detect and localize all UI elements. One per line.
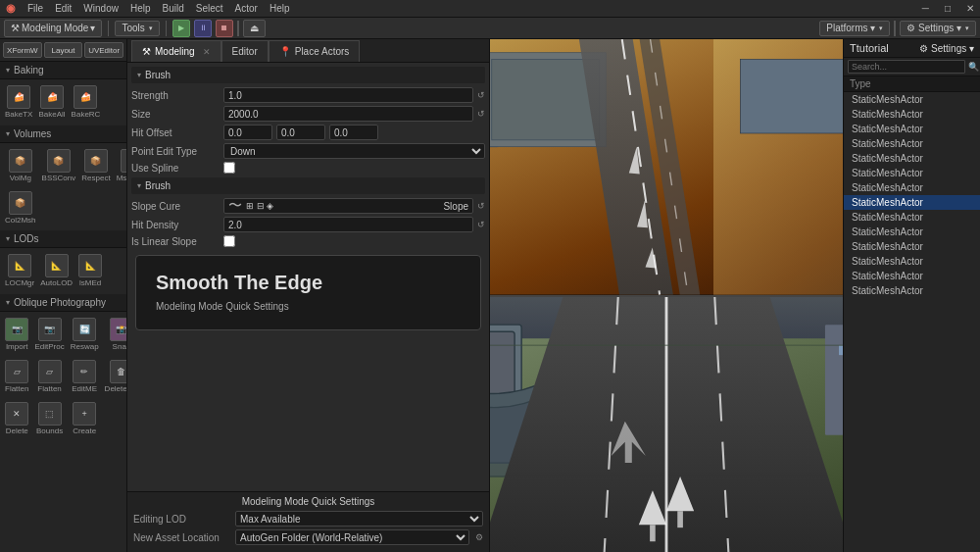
strength-reset[interactable]: ↺ bbox=[477, 90, 485, 100]
slope-cure-reset[interactable]: ↺ bbox=[477, 201, 485, 211]
lsmed-item[interactable]: 📐 lsMEd bbox=[76, 251, 104, 291]
baking-section-header[interactable]: Baking bbox=[0, 62, 126, 79]
reswap-label: Reswap bbox=[71, 343, 99, 352]
lodmgr-label: LOCMgr bbox=[5, 279, 34, 288]
tab-editor[interactable]: Editor bbox=[221, 40, 269, 62]
slope-curve-icon: 〜 bbox=[228, 197, 242, 215]
oblique-section-header[interactable]: Oblique Photography bbox=[0, 294, 126, 312]
lsmed-label: lsMEd bbox=[79, 279, 101, 288]
col2msh-item[interactable]: 📦 Col2Msh bbox=[3, 188, 38, 228]
strength-input[interactable] bbox=[223, 87, 473, 103]
reswap-item[interactable]: 🔄 Reswap bbox=[69, 315, 101, 355]
outliner-item-12[interactable]: StaticMeshActor bbox=[844, 269, 980, 283]
pause-button[interactable]: ⏸ bbox=[194, 20, 212, 37]
uveditor-btn[interactable]: UVEditor bbox=[84, 42, 123, 58]
menu-window[interactable]: Window bbox=[83, 3, 119, 14]
outliner-item-4[interactable]: StaticMeshActor bbox=[844, 151, 980, 166]
play-button[interactable]: ▶ bbox=[172, 20, 190, 37]
menu-file[interactable]: File bbox=[27, 3, 43, 14]
menu-help2[interactable]: Help bbox=[270, 3, 290, 14]
create-label: Create bbox=[73, 427, 96, 436]
use-spline-checkbox[interactable] bbox=[223, 162, 235, 174]
tab-place-actors[interactable]: 📍 Place Actors bbox=[269, 40, 361, 62]
hit-density-row: Hit Density ↺ bbox=[131, 217, 485, 232]
window-close[interactable]: ✕ bbox=[966, 3, 974, 14]
lods-section-header[interactable]: LODs bbox=[0, 230, 126, 248]
snap-item[interactable]: 📸 Snap bbox=[103, 315, 127, 355]
deletegp-item[interactable]: 🗑 DeleteGP bbox=[103, 357, 127, 397]
editproc-item[interactable]: 📷 EditProc bbox=[32, 315, 66, 355]
msh2coll-item[interactable]: 📦 Msh2Coll bbox=[115, 146, 127, 186]
xformw-btn[interactable]: XFormW bbox=[3, 42, 42, 58]
eject-btn[interactable]: ⏏ bbox=[243, 20, 266, 37]
outliner-item-8[interactable]: StaticMeshActor bbox=[844, 210, 980, 225]
outliner-item-5[interactable]: StaticMeshActor bbox=[844, 166, 980, 180]
bakeall-item[interactable]: 🍰 BakeAll bbox=[36, 82, 67, 123]
svg-rect-6 bbox=[492, 60, 600, 140]
bssconv-icon: 📦 bbox=[47, 149, 71, 173]
tools-dropdown[interactable]: Tools bbox=[115, 21, 159, 36]
point-edit-type-select[interactable]: Down Up Normal bbox=[223, 143, 485, 159]
hit-offset-x[interactable] bbox=[223, 125, 272, 140]
outliner-item-10[interactable]: StaticMeshActor bbox=[844, 239, 980, 254]
platforms-dropdown[interactable]: Platforms ▾ bbox=[819, 21, 890, 36]
volumes-section-header[interactable]: Volumes bbox=[0, 125, 126, 143]
size-input[interactable] bbox=[223, 106, 473, 122]
hit-density-reset[interactable]: ↺ bbox=[477, 220, 485, 229]
flatten1-item[interactable]: ▱ Flatten bbox=[3, 357, 30, 397]
editing-lod-select[interactable]: Max Available LOD 0 LOD 1 bbox=[235, 511, 483, 527]
outliner-item-6[interactable]: StaticMeshActor bbox=[844, 180, 980, 195]
snap-icon: 📸 bbox=[110, 318, 127, 341]
bssconv-item[interactable]: 📦 BSSConv bbox=[40, 146, 78, 186]
viewport-bottom[interactable] bbox=[490, 295, 843, 553]
hit-density-input[interactable] bbox=[223, 217, 473, 232]
hit-offset-z[interactable] bbox=[329, 125, 378, 140]
menu-actor[interactable]: Actor bbox=[235, 3, 258, 14]
is-linear-slope-checkbox[interactable] bbox=[223, 235, 235, 247]
outliner-item-13[interactable]: StaticMeshActor bbox=[844, 283, 980, 298]
window-maximize[interactable]: □ bbox=[945, 3, 951, 14]
bounds-item[interactable]: ⬚ Bounds bbox=[32, 399, 66, 439]
slope-cure-control[interactable]: 〜 ⊞ ⊟ ◈ Slope bbox=[223, 198, 473, 214]
create-item[interactable]: + Create bbox=[69, 399, 101, 439]
menu-edit[interactable]: Edit bbox=[55, 3, 72, 14]
hit-offset-y[interactable] bbox=[276, 125, 325, 140]
autolod-item[interactable]: 📐 AutoLOD bbox=[38, 251, 74, 291]
window-minimize[interactable]: ─ bbox=[922, 3, 929, 14]
lsmed-icon: 📐 bbox=[78, 254, 102, 277]
outliner-item-2[interactable]: StaticMeshActor bbox=[844, 122, 980, 136]
menu-help[interactable]: Help bbox=[130, 3, 151, 14]
outliner-item-7[interactable]: StaticMeshActor bbox=[844, 195, 980, 210]
outliner-search[interactable] bbox=[848, 60, 965, 74]
new-asset-location-select[interactable]: AutoGen Folder (World-Relative) bbox=[235, 529, 469, 545]
size-reset[interactable]: ↺ bbox=[477, 109, 485, 119]
tab-modeling[interactable]: ⚒ Modeling ✕ bbox=[131, 40, 221, 62]
baketx-item[interactable]: 🍰 BakeTX bbox=[3, 82, 34, 123]
stop-button[interactable]: ⏹ bbox=[216, 20, 233, 37]
lodmgr-item[interactable]: 📐 LOCMgr bbox=[3, 251, 36, 291]
respect-item[interactable]: 📦 Respect bbox=[79, 146, 112, 186]
brush-label-1: Brush bbox=[145, 70, 171, 80]
outliner-item-1[interactable]: StaticMeshActor bbox=[844, 107, 980, 122]
menu-build[interactable]: Build bbox=[163, 3, 184, 14]
delete-item[interactable]: ✕ Delete bbox=[3, 399, 30, 439]
new-asset-location-settings[interactable]: ⚙ bbox=[475, 532, 483, 542]
menu-select[interactable]: Select bbox=[196, 3, 223, 14]
flatten2-item[interactable]: ▱ Flatten bbox=[32, 357, 66, 397]
volmg-item[interactable]: 📦 VolMg bbox=[3, 146, 38, 186]
editme-item[interactable]: ✏ EditME bbox=[69, 357, 101, 397]
modeling-close[interactable]: ✕ bbox=[203, 47, 211, 57]
lods-label: LODs bbox=[14, 233, 39, 244]
outliner-item-3[interactable]: StaticMeshActor bbox=[844, 136, 980, 151]
outliner-item-9[interactable]: StaticMeshActor bbox=[844, 225, 980, 239]
viewport-top[interactable] bbox=[490, 39, 843, 295]
import-item[interactable]: 📷 Import bbox=[3, 315, 30, 355]
msh2coll-icon: 📦 bbox=[121, 149, 127, 173]
bakerc-item[interactable]: 🍰 BakeRC bbox=[70, 82, 103, 123]
outliner-item-11[interactable]: StaticMeshActor bbox=[844, 254, 980, 269]
mode-dropdown[interactable]: ⚒ Modeling Mode ▾ bbox=[4, 20, 102, 37]
outliner-settings-btn[interactable]: ⚙ Settings ▾ bbox=[919, 43, 974, 54]
settings-dropdown[interactable]: ⚙ Settings ▾ bbox=[900, 21, 976, 36]
outliner-item-0[interactable]: StaticMeshActor bbox=[844, 92, 980, 107]
layout-btn[interactable]: Layout bbox=[44, 42, 83, 58]
